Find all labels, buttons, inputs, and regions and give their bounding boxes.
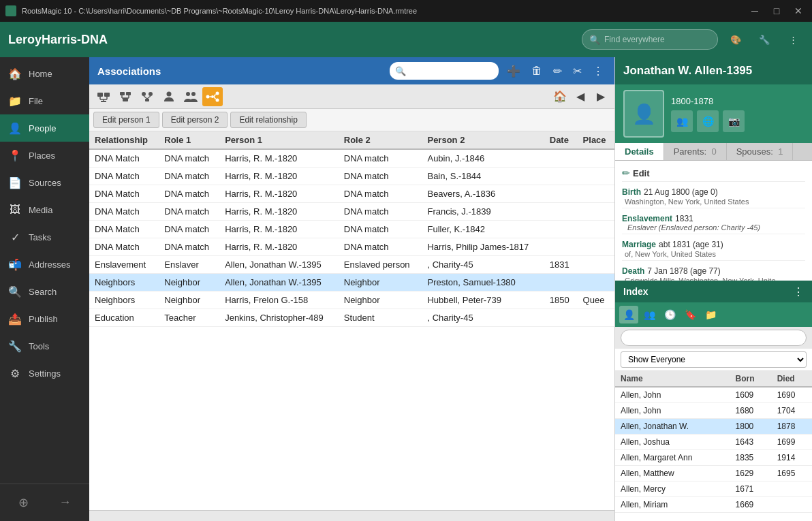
tab-details[interactable]: Details — [615, 143, 664, 160]
index-row[interactable]: Allen, Matthew16291695 — [615, 466, 812, 481]
sidebar-item-tasks[interactable]: ✓ Tasks — [0, 223, 89, 251]
main-layout: 🏠 Home 📁 File 👤 People 📍 Places 📄 Source… — [0, 57, 812, 521]
sidebar-item-media[interactable]: 🖼 Media — [0, 196, 89, 223]
table-row[interactable]: EnslavementEnslaverAllen, Jonathan W.-13… — [89, 256, 614, 274]
col-role1[interactable]: Role 1 — [159, 131, 219, 149]
sidebar-label-home: Home — [29, 69, 52, 79]
index-row[interactable]: Allen, Miriam1669 — [615, 497, 812, 513]
idx-cell-born: 1629 — [730, 466, 772, 481]
assoc-scissors-button[interactable]: ✂ — [570, 62, 584, 80]
sidebar-item-file[interactable]: 📁 File — [0, 87, 89, 114]
index-table-wrapper[interactable]: Name Born Died Allen, John16091690Allen,… — [615, 371, 812, 521]
toolbar-person-button[interactable] — [159, 87, 179, 106]
index-row[interactable]: Allen, John16801704 — [615, 403, 812, 419]
idx-folder-button[interactable]: 📁 — [701, 306, 720, 323]
index-row[interactable]: Allen, Jonathan W.18001878 — [615, 419, 812, 435]
associations-search-input[interactable] — [409, 66, 490, 76]
palette-button[interactable]: 🎨 — [725, 29, 747, 50]
svg-point-14 — [142, 92, 146, 96]
maximize-button[interactable]: □ — [768, 3, 785, 19]
index-row[interactable]: Allen, Joshua16431699 — [615, 435, 812, 450]
global-search-input[interactable] — [604, 35, 700, 44]
person-extra-1[interactable]: 👥 — [671, 110, 693, 132]
person-extra-3[interactable]: 📷 — [723, 110, 745, 132]
edit-label[interactable]: Edit — [633, 168, 650, 178]
table-row[interactable]: DNA MatchDNA matchHarris, R. M.-1820DNA … — [89, 168, 614, 185]
table-row[interactable]: DNA MatchDNA matchHarris, R. M.-1820DNA … — [89, 221, 614, 238]
sidebar-item-people[interactable]: 👤 People — [0, 114, 89, 142]
cell-place: Quee — [578, 291, 614, 309]
index-row[interactable]: Allen, John16091690 — [615, 387, 812, 403]
assoc-add-button[interactable]: ➕ — [504, 62, 523, 80]
sidebar-item-tools[interactable]: 🔧 Tools — [0, 332, 89, 360]
cell-relationship: Neighbors — [89, 274, 159, 291]
person-extra-2[interactable]: 🌐 — [697, 110, 719, 132]
tab-spouses-count: 1 — [778, 146, 783, 157]
toolbar-home-nav-button[interactable]: 🏠 — [550, 87, 569, 106]
idx-col-name[interactable]: Name — [615, 371, 730, 387]
global-search-box[interactable]: 🔍 — [582, 29, 718, 50]
toolbar-group2-button[interactable] — [115, 87, 136, 106]
index-title: Index — [623, 286, 793, 297]
sidebar-add-icon[interactable]: ⊕ — [16, 492, 31, 513]
associations-table-wrapper[interactable]: Relationship Role 1 Person 1 Role 2 Pers… — [89, 131, 614, 510]
idx-people-button[interactable]: 👤 — [619, 306, 638, 323]
edit-person1-button[interactable]: Edit person 1 — [93, 112, 159, 128]
tab-parents[interactable]: Parents: 0 — [664, 143, 727, 160]
table-row[interactable]: DNA MatchDNA matchHarris, R. M.-1820DNA … — [89, 149, 614, 168]
magic-button[interactable]: 🔧 — [753, 29, 775, 50]
sidebar-item-search[interactable]: 🔍 Search — [0, 278, 89, 305]
idx-bookmark-button[interactable]: 🔖 — [681, 306, 700, 323]
table-row[interactable]: DNA MatchDNA matchHarris, R. M.-1820DNA … — [89, 203, 614, 221]
cell-role2: Enslaved person — [339, 256, 422, 274]
table-row[interactable]: DNA MatchDNA matchHarris, R. M.-1820DNA … — [89, 185, 614, 203]
table-row[interactable]: EducationTeacherJenkins, Christopher-489… — [89, 309, 614, 327]
toolbar-network-button[interactable] — [202, 87, 223, 106]
sidebar-item-publish[interactable]: 📤 Publish — [0, 305, 89, 332]
index-row[interactable]: Allen, Mercy1671 — [615, 481, 812, 497]
assoc-edit-button[interactable]: ✏ — [550, 62, 565, 80]
sidebar-item-home[interactable]: 🏠 Home — [0, 60, 89, 87]
sidebar-item-places[interactable]: 📍 Places — [0, 142, 89, 169]
cell-person2: Harris, Philip James-1817 — [422, 238, 544, 256]
col-role2[interactable]: Role 2 — [339, 131, 422, 149]
sidebar-item-addresses[interactable]: 📬 Addresses — [0, 251, 89, 278]
show-everyone-select[interactable]: Show Everyone — [621, 351, 807, 368]
toolbar-group3-button[interactable] — [137, 87, 157, 106]
edit-person2-button[interactable]: Edit person 2 — [162, 112, 228, 128]
idx-cell-name: Allen, Matthew — [615, 466, 730, 481]
event-note: Enslaver (Enslaved person: Charity -45) — [627, 223, 805, 232]
idx-groups-button[interactable]: 👥 — [640, 306, 659, 323]
toolbar-group1-button[interactable] — [93, 87, 114, 106]
assoc-more-button[interactable]: ⋮ — [590, 62, 606, 80]
tab-spouses[interactable]: Spouses: 1 — [727, 143, 794, 160]
col-person1[interactable]: Person 1 — [219, 131, 339, 149]
more-options-button[interactable]: ⋮ — [782, 29, 804, 50]
assoc-delete-button[interactable]: 🗑 — [529, 62, 545, 80]
col-person2[interactable]: Person 2 — [422, 131, 544, 149]
close-button[interactable]: ✕ — [790, 3, 807, 19]
index-row[interactable]: Allen, Margaret Ann18351914 — [615, 450, 812, 466]
idx-col-died[interactable]: Died — [772, 371, 812, 387]
toolbar-forward-button[interactable]: ▶ — [591, 87, 610, 106]
col-relationship[interactable]: Relationship — [89, 131, 159, 149]
edit-relationship-button[interactable]: Edit relationship — [230, 112, 306, 128]
sidebar-item-settings[interactable]: ⚙ Settings — [0, 360, 89, 387]
idx-history-button[interactable]: 🕒 — [660, 306, 679, 323]
col-place[interactable]: Place — [578, 131, 614, 149]
table-row[interactable]: NeighborsNeighborHarris, Frelon G.-158Ne… — [89, 291, 614, 309]
table-row[interactable]: DNA MatchDNA matchHarris, R. M.-1820DNA … — [89, 238, 614, 256]
col-date[interactable]: Date — [544, 131, 578, 149]
sidebar-nav-icon[interactable]: → — [57, 492, 74, 513]
toolbar-persons-button[interactable] — [181, 87, 201, 106]
minimize-button[interactable]: ─ — [747, 3, 763, 19]
sidebar-item-sources[interactable]: 📄 Sources — [0, 169, 89, 196]
index-more-button[interactable]: ⋮ — [793, 285, 804, 298]
index-search-input[interactable] — [621, 330, 807, 346]
toolbar-back-button[interactable]: ◀ — [571, 87, 590, 106]
associations-search-box[interactable]: 🔍 — [390, 62, 499, 80]
cell-relationship: Enslavement — [89, 256, 159, 274]
idx-col-born[interactable]: Born — [730, 371, 772, 387]
table-horizontal-scrollbar[interactable] — [89, 510, 614, 521]
table-row[interactable]: NeighborsNeighborAllen, Jonathan W.-1395… — [89, 274, 614, 291]
